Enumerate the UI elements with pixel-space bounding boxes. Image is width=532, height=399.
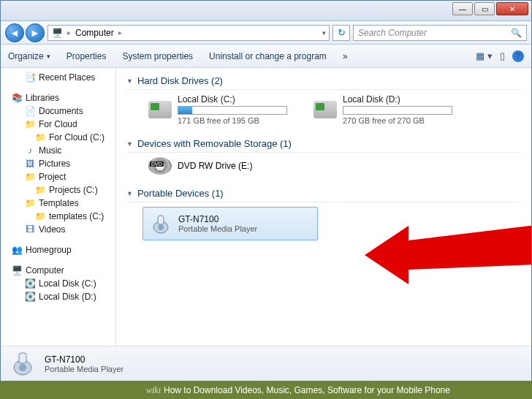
section-portable[interactable]: ▼Portable Devices (1): [126, 185, 521, 202]
drive-c[interactable]: Local Disk (C:) 171 GB free of 195 GB: [148, 94, 287, 125]
sidebar-item-project[interactable]: 📁Project: [1, 170, 115, 183]
videos-icon: 🎞: [24, 224, 36, 235]
portable-name: GT-N7100: [178, 214, 257, 224]
dvd-drive[interactable]: DVD RW Drive (E:): [126, 157, 521, 175]
folder-icon: 📁: [24, 171, 36, 183]
capacity-bar: [343, 106, 452, 115]
minimize-button[interactable]: —: [452, 2, 473, 15]
folder-icon: 📁: [34, 132, 46, 143]
close-button[interactable]: ✕: [496, 2, 528, 15]
help-icon[interactable]: ?: [512, 50, 524, 62]
drive-d[interactable]: Local Disk (D:) 270 GB free of 270 GB: [314, 94, 452, 125]
collapse-icon: ▼: [126, 190, 133, 197]
sidebar-item-music[interactable]: ♪Music: [1, 144, 115, 157]
address-dropdown-icon[interactable]: ▾: [322, 29, 326, 37]
annotation-arrow: [365, 204, 531, 284]
computer-icon: 🖥️: [51, 27, 63, 39]
drive-name: Local Disk (D:): [343, 94, 452, 104]
folder-icon: 📁: [34, 210, 46, 222]
wikihow-banner: wiki How to Download Videos, Music, Game…: [0, 381, 532, 399]
properties-button[interactable]: Properties: [66, 51, 107, 61]
sidebar-item-templates-c[interactable]: 📁templates (C:): [1, 210, 115, 223]
breadcrumb-location[interactable]: Computer: [75, 28, 114, 38]
sidebar-item-local-c[interactable]: 💽Local Disk (C:): [1, 277, 115, 290]
media-player-icon: [151, 212, 171, 235]
uninstall-button[interactable]: Uninstall or change a program: [209, 51, 327, 61]
sidebar-item-recent[interactable]: 📑Recent Places: [1, 71, 115, 84]
folder-icon: 📁: [24, 118, 36, 130]
sidebar-item-forcloud-c[interactable]: 📁For Cloud (C:): [1, 131, 115, 144]
navbar: ◄ ► 🖥️ ▸ Computer ▸ ▾ ↻ Search Computer …: [1, 21, 531, 45]
wikihow-logo: wiki: [146, 385, 161, 396]
music-icon: ♪: [24, 145, 36, 156]
folder-icon: 📁: [34, 184, 46, 196]
drive-icon: 💽: [24, 291, 36, 303]
sidebar-item-pictures[interactable]: 🖼Pictures: [1, 157, 115, 170]
recent-icon: 📑: [24, 72, 36, 83]
sidebar-item-videos[interactable]: 🎞Videos: [1, 223, 115, 236]
sidebar-item-homegroup[interactable]: 👥Homegroup: [1, 243, 115, 256]
details-name: GT-N7100: [45, 354, 123, 365]
svg-marker-3: [365, 218, 531, 284]
sidebar-item-libraries[interactable]: 📚Libraries: [1, 91, 115, 104]
view-menu-icon[interactable]: ▦ ▾: [476, 50, 493, 61]
search-input[interactable]: Search Computer 🔍: [353, 25, 527, 41]
titlebar: — ▭ ✕: [1, 1, 531, 21]
search-placeholder: Search Computer: [358, 28, 427, 38]
portable-type: Portable Media Player: [178, 224, 257, 233]
dvd-name: DVD RW Drive (E:): [178, 161, 252, 171]
capacity-bar: [178, 106, 287, 115]
organize-menu[interactable]: Organize ▾: [8, 51, 50, 61]
explorer-window: — ▭ ✕ ◄ ► 🖥️ ▸ Computer ▸ ▾ ↻ Search Com…: [0, 0, 532, 381]
collapse-icon: ▼: [126, 77, 133, 85]
svg-rect-5: [19, 353, 26, 363]
details-type: Portable Media Player: [45, 365, 123, 373]
portable-device[interactable]: GT-N7100 Portable Media Player: [142, 207, 318, 240]
libraries-icon: 📚: [11, 92, 23, 104]
breadcrumb-sep-icon: ▸: [118, 28, 122, 37]
folder-icon: 📁: [24, 197, 36, 209]
hdd-icon: [314, 101, 337, 118]
documents-icon: 📄: [24, 105, 36, 117]
section-removable[interactable]: ▼Devices with Removable Storage (1): [126, 135, 521, 153]
system-properties-button[interactable]: System properties: [122, 51, 193, 61]
media-player-icon: [11, 350, 36, 378]
toolbar-overflow[interactable]: »: [343, 51, 348, 61]
sidebar-item-templates[interactable]: 📁Templates: [1, 197, 115, 210]
back-button[interactable]: ◄: [5, 23, 24, 42]
homegroup-icon: 👥: [11, 244, 23, 256]
section-hdd[interactable]: ▼Hard Disk Drives (2): [126, 72, 521, 90]
drive-free: 171 GB free of 195 GB: [178, 116, 287, 125]
content-pane: ▼Hard Disk Drives (2) Local Disk (C:) 17…: [116, 68, 531, 346]
sidebar-item-documents[interactable]: 📄Documents: [1, 104, 115, 118]
sidebar-item-projects-c[interactable]: 📁Projects (C:): [1, 183, 115, 197]
sidebar-item-forcloud[interactable]: 📁For Cloud: [1, 118, 115, 131]
sidebar-item-computer[interactable]: 🖥️Computer: [1, 264, 115, 277]
breadcrumb-sep-icon: ▸: [67, 28, 71, 37]
collapse-icon: ▼: [126, 140, 133, 148]
address-bar[interactable]: 🖥️ ▸ Computer ▸ ▾: [48, 25, 330, 41]
toolbar: Organize ▾ Properties System properties …: [1, 45, 531, 68]
details-pane: GT-N7100 Portable Media Player: [1, 346, 531, 381]
svg-point-2: [158, 224, 164, 230]
hdd-icon: [148, 101, 172, 118]
drive-icon: 💽: [24, 278, 36, 289]
drive-free: 270 GB free of 270 GB: [343, 116, 452, 125]
preview-pane-icon[interactable]: ▯: [500, 50, 505, 61]
banner-title: How to Download Videos, Music, Games, So…: [164, 385, 450, 395]
sidebar-item-local-d[interactable]: 💽Local Disk (D:): [1, 290, 115, 303]
dvd-icon: [148, 157, 172, 175]
svg-point-6: [19, 364, 26, 371]
navigation-pane: 📑Recent Places 📚Libraries 📄Documents 📁Fo…: [1, 68, 116, 346]
search-icon: 🔍: [511, 28, 522, 38]
forward-button[interactable]: ►: [26, 23, 45, 42]
computer-icon: 🖥️: [11, 265, 23, 276]
drive-name: Local Disk (C:): [178, 94, 287, 104]
pictures-icon: 🖼: [24, 158, 36, 170]
svg-rect-1: [158, 216, 164, 224]
maximize-button[interactable]: ▭: [474, 2, 495, 15]
refresh-button[interactable]: ↻: [332, 25, 350, 41]
